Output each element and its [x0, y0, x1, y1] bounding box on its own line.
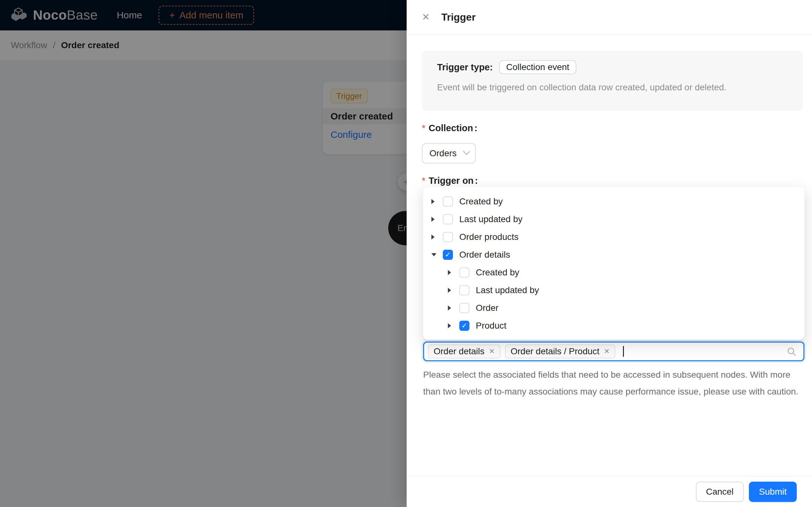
collection-select[interactable]: Orders [422, 143, 476, 164]
tree-checkbox[interactable] [459, 285, 469, 295]
cancel-button[interactable]: Cancel [696, 482, 744, 502]
tree-node-label[interactable]: Created by [459, 196, 503, 207]
drawer-header: ✕ Trigger [407, 0, 812, 35]
associations-help-text: Please select the associated fields that… [423, 366, 806, 400]
required-marker: * [422, 176, 425, 186]
tree-node-label[interactable]: Created by [476, 268, 519, 278]
search-icon [787, 347, 797, 359]
tree-row[interactable]: ✓Order details [423, 246, 804, 264]
tree-row[interactable]: Created by [423, 264, 804, 281]
trigger-type-label: Trigger type: [437, 62, 493, 72]
caret-down-icon[interactable] [432, 253, 440, 257]
tree-checkbox[interactable] [443, 196, 453, 207]
caret-right-icon[interactable] [448, 270, 457, 275]
tree-row[interactable]: Created by [423, 193, 804, 210]
tag-label: Order details [434, 346, 484, 356]
collection-field-label: *Collection: [422, 123, 477, 133]
caret-right-icon[interactable] [448, 323, 457, 328]
associations-tags-input[interactable]: Order details✕Order details / Product✕ [423, 342, 804, 361]
tree-row[interactable]: Last updated by [423, 210, 804, 228]
tree-node-label[interactable]: Order [476, 303, 499, 313]
selected-association-tag: Order details / Product✕ [505, 344, 616, 358]
tree-row[interactable]: Order [423, 299, 804, 317]
trigger-type-box: Trigger type: Collection event Event wil… [422, 51, 803, 111]
tree-checkbox[interactable] [459, 303, 469, 313]
required-marker: * [422, 123, 425, 133]
selected-association-tag: Order details✕ [428, 344, 501, 358]
tag-remove-icon[interactable]: ✕ [604, 347, 610, 355]
tree-checkbox[interactable] [443, 214, 453, 224]
tree-node-label[interactable]: Order details [459, 250, 510, 260]
tree-row[interactable]: Last updated by [423, 281, 804, 299]
tree-checkbox[interactable]: ✓ [459, 321, 469, 331]
tree-node-label[interactable]: Last updated by [476, 285, 539, 295]
drawer-title: Trigger [441, 11, 475, 23]
trigger-on-field-label: *Trigger on: [422, 176, 478, 186]
caret-right-icon[interactable] [432, 234, 440, 239]
tree-checkbox[interactable]: ✓ [443, 250, 453, 260]
tag-label: Order details / Product [511, 346, 600, 356]
caret-right-icon[interactable] [448, 288, 457, 293]
caret-right-icon[interactable] [432, 199, 440, 204]
tree-node-label[interactable]: Product [476, 321, 507, 331]
tag-remove-icon[interactable]: ✕ [489, 347, 495, 355]
submit-button[interactable]: Submit [749, 482, 797, 502]
caret-right-icon[interactable] [432, 217, 440, 222]
tree-row[interactable]: Order products [423, 228, 804, 246]
tree-node-label[interactable]: Last updated by [459, 214, 522, 224]
collection-select-value: Orders [429, 148, 457, 158]
chevron-down-icon [463, 148, 470, 155]
app-root: NocoBase Home + Add menu item Workflow /… [0, 0, 812, 507]
tree-node-label[interactable]: Order products [459, 232, 519, 242]
tree-row[interactable]: ✓Product [423, 317, 804, 335]
trigger-type-value-tag: Collection event [499, 60, 576, 74]
close-icon[interactable]: ✕ [422, 12, 430, 22]
text-cursor [623, 346, 624, 357]
caret-right-icon[interactable] [448, 305, 457, 311]
associations-tree-dropdown: Created byLast updated byOrder products✓… [423, 187, 804, 340]
tree-checkbox[interactable] [459, 268, 469, 278]
trigger-type-description: Event will be triggered on collection da… [437, 82, 788, 93]
trigger-drawer: ✕ Trigger Trigger type: Collection event… [407, 0, 812, 507]
drawer-footer: Cancel Submit [407, 476, 812, 507]
tree-checkbox[interactable] [443, 232, 453, 242]
drawer-overlay-mask[interactable] [0, 0, 407, 507]
